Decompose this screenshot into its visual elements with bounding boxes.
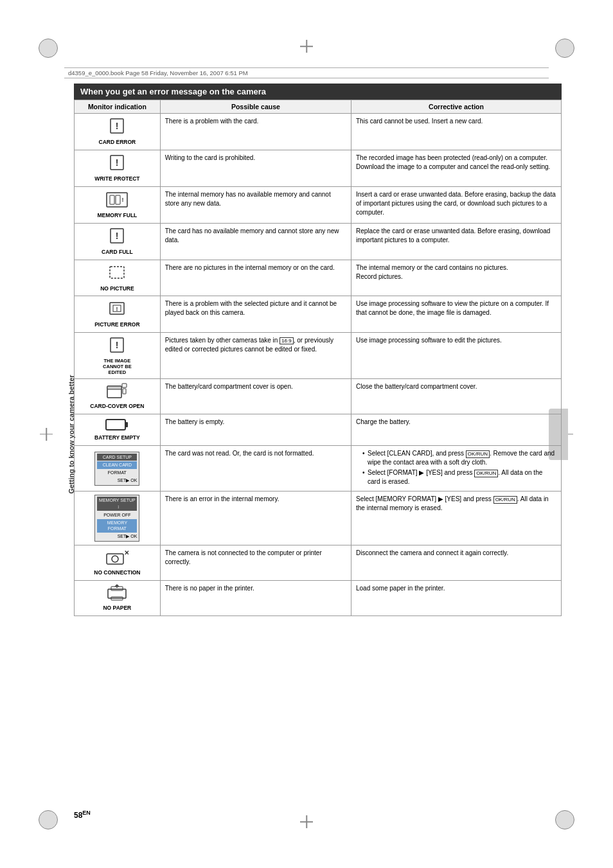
svg-text:!: ! xyxy=(122,197,124,203)
possible-cause-image-cannot-edit: Pictures taken by other cameras take in … xyxy=(160,333,351,379)
corner-mark-bl xyxy=(39,810,58,829)
corrective-action-no-paper: Load some paper in the printer. xyxy=(351,580,562,616)
possible-cause-no-paper: There is no paper in the printer. xyxy=(160,580,351,616)
corrective-action-write-protect: The recorded image has been protected (r… xyxy=(351,150,562,186)
header-text: d4359_e_0000.book Page 58 Friday, Novemb… xyxy=(68,69,248,76)
svg-text:✕: ✕ xyxy=(124,549,129,556)
icon-cell-no-picture: NO PICTURE xyxy=(75,260,161,296)
table-row: CARD-COVER OPEN The battery/card compart… xyxy=(75,379,562,414)
cross-top xyxy=(300,40,313,53)
corrective-action-card-full: Replace the card or erase unwanted data.… xyxy=(351,223,562,260)
svg-text:!: ! xyxy=(116,121,119,131)
table-row: ! WRITE PROTECT Writing to the card is p… xyxy=(75,150,562,186)
corrective-action-image-cannot-edit: Use image processing software to edit th… xyxy=(351,333,562,379)
table-row: BATTERY EMPTY The battery is empty. Char… xyxy=(75,414,562,446)
corrective-action-memory-setup: Select [MEMORY FORMAT] ▶ [YES] and press… xyxy=(351,492,562,545)
svg-rect-10 xyxy=(110,267,124,278)
corrective-action-memory-full: Insert a card or erase unwanted data. Be… xyxy=(351,186,562,223)
svg-rect-6 xyxy=(116,195,120,204)
possible-cause-picture-error: There is a problem with the selected pic… xyxy=(160,296,351,333)
picture-error-icon: ! xyxy=(107,299,127,319)
col-header-action: Corrective action xyxy=(351,100,562,114)
svg-rect-21 xyxy=(125,422,128,427)
table-title: When you get an error message on the cam… xyxy=(74,84,562,100)
card-cover-icon xyxy=(106,382,128,400)
icon-cell-no-paper: NO PAPER xyxy=(75,580,161,616)
col-header-monitor: Monitor indication xyxy=(75,100,161,114)
card-setup-menu: CARD SETUP CLEAN CARD FORMAT SET▶ OK xyxy=(94,452,139,486)
table-row: ! MEMORY FULL The internal memory has no… xyxy=(75,186,562,223)
table-row: NO PICTURE There are no pictures in the … xyxy=(75,260,562,296)
icon-cell-battery-empty: BATTERY EMPTY xyxy=(75,414,161,446)
corrective-action-card-error: This card cannot be used. Insert a new c… xyxy=(351,114,562,150)
icon-cell-card-error: ! CARD ERROR xyxy=(75,114,161,150)
svg-text:!: ! xyxy=(116,157,119,168)
corrective-action-no-connection: Disconnect the camera and connect it aga… xyxy=(351,545,562,580)
table-row: ! CARD FULL The card has no available me… xyxy=(75,223,562,260)
icon-cell-write-protect: ! WRITE PROTECT xyxy=(75,150,161,186)
image-cannot-edit-icon: ! xyxy=(107,336,127,355)
table-row: ! THE IMAGECANNOT BEEDITED Pictures take… xyxy=(75,333,562,379)
possible-cause-memory-setup: There is an error in the internal memory… xyxy=(160,492,351,545)
icon-cell-picture-error: ! PICTURE ERROR xyxy=(75,296,161,333)
icon-cell-memory-full: ! MEMORY FULL xyxy=(75,186,161,223)
cross-left xyxy=(40,428,53,441)
table-row: NO PAPER There is no paper in the printe… xyxy=(75,580,562,616)
header-bar: d4359_e_0000.book Page 58 Friday, Novemb… xyxy=(64,67,549,78)
possible-cause-no-connection: The camera is not connected to the compu… xyxy=(160,545,351,580)
svg-point-23 xyxy=(112,556,118,562)
table-row: ! PICTURE ERROR There is a problem with … xyxy=(75,296,562,333)
svg-text:!: ! xyxy=(116,231,119,241)
no-connection-icon: ✕ xyxy=(105,549,129,567)
main-content: When you get an error message on the cam… xyxy=(74,84,562,804)
write-protect-icon: ! xyxy=(107,154,127,173)
table-row: CARD SETUP CLEAN CARD FORMAT SET▶ OK The… xyxy=(75,446,562,492)
card-error-icon: ! xyxy=(107,117,127,136)
corrective-action-no-picture: The internal memory or the card contains… xyxy=(351,260,562,296)
battery-empty-icon xyxy=(105,418,129,432)
possible-cause-card-setup: The card was not read. Or, the card is n… xyxy=(160,446,351,492)
error-table: Monitor indication Possible cause Correc… xyxy=(74,100,562,616)
svg-rect-19 xyxy=(123,389,126,394)
no-paper-icon xyxy=(107,584,127,602)
svg-rect-20 xyxy=(106,420,125,430)
corner-mark-tr xyxy=(555,39,574,58)
corrective-action-picture-error: Use image processing software to view th… xyxy=(351,296,562,333)
table-row: ✕ NO CONNECTION The camera is not connec… xyxy=(75,545,562,580)
corner-mark-tl xyxy=(39,39,58,58)
card-full-icon: ! xyxy=(107,227,127,246)
no-picture-icon xyxy=(107,263,127,283)
corrective-action-card-cover: Close the battery/card compartment cover… xyxy=(351,379,562,414)
possible-cause-card-error: There is a problem with the card. xyxy=(160,114,351,150)
icon-cell-image-cannot-edit: ! THE IMAGECANNOT BEEDITED xyxy=(75,333,161,379)
table-row: MEMORY SETUP ↕ POWER OFF MEMORY FORMAT S… xyxy=(75,492,562,545)
svg-rect-18 xyxy=(122,384,127,387)
icon-cell-no-connection: ✕ NO CONNECTION xyxy=(75,545,161,580)
memory-full-icon: ! xyxy=(105,190,129,209)
possible-cause-no-picture: There are no pictures in the internal me… xyxy=(160,260,351,296)
svg-text:!: ! xyxy=(116,340,119,350)
icon-cell-memory-setup: MEMORY SETUP ↕ POWER OFF MEMORY FORMAT S… xyxy=(75,492,161,545)
corrective-action-battery-empty: Charge the battery. xyxy=(351,414,562,446)
icon-cell-card-setup: CARD SETUP CLEAN CARD FORMAT SET▶ OK xyxy=(75,446,161,492)
page-number: 58EN xyxy=(74,810,91,820)
possible-cause-battery-empty: The battery is empty. xyxy=(160,414,351,446)
possible-cause-card-cover: The battery/card compartment cover is op… xyxy=(160,379,351,414)
corrective-action-card-setup: Select [CLEAN CARD], and press OK/RUN. R… xyxy=(351,446,562,492)
table-row: ! CARD ERROR There is a problem with the… xyxy=(75,114,562,150)
svg-rect-5 xyxy=(110,195,114,204)
icon-cell-card-full: ! CARD FULL xyxy=(75,223,161,260)
memory-setup-menu: MEMORY SETUP ↕ POWER OFF MEMORY FORMAT S… xyxy=(94,495,139,542)
col-header-cause: Possible cause xyxy=(160,100,351,114)
icon-cell-card-cover: CARD-COVER OPEN xyxy=(75,379,161,414)
corner-mark-br xyxy=(555,810,574,829)
possible-cause-write-protect: Writing to the card is prohibited. xyxy=(160,150,351,186)
possible-cause-memory-full: The internal memory has no available mem… xyxy=(160,186,351,223)
page: d4359_e_0000.book Page 58 Friday, Novemb… xyxy=(0,0,613,868)
cross-bottom xyxy=(300,815,313,828)
svg-rect-17 xyxy=(107,386,121,389)
possible-cause-card-full: The card has no available memory and can… xyxy=(160,223,351,260)
svg-text:!: ! xyxy=(116,306,118,312)
